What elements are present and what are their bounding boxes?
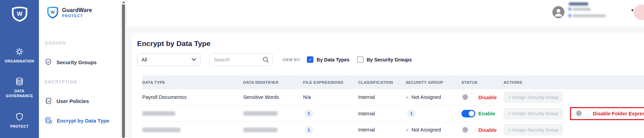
folder-expression-label: Disable Folder Expression — [593, 111, 644, 116]
cell-text: N/a — [303, 94, 311, 100]
page-title: Encrypt by Data Type — [137, 39, 210, 48]
sidebar-item-user-policies[interactable]: User Policies — [45, 97, 89, 105]
assign-security-group-button[interactable]: + Assign Security Group — [503, 91, 563, 103]
sidebar-item-label: Security Groups — [56, 59, 97, 65]
filter-dropdown[interactable]: All — [137, 53, 201, 66]
cell-security-group: ×Not Assigned — [406, 89, 461, 105]
column-header: DATA TYPE — [142, 80, 243, 84]
cell-file-expressions: 1 — [303, 122, 358, 138]
cell-classification: Internal — [358, 106, 406, 122]
view-by-option-by-security-groups[interactable]: By Security Groups — [357, 56, 412, 63]
cell-security-group: 1 — [406, 106, 461, 122]
security-group-value: Not Assigned — [412, 94, 441, 100]
annotation-box: Disable Folder Expression — [570, 107, 644, 120]
redacted-text — [142, 111, 175, 116]
sidebar: W GuardWare PROTECT GROUPSSecurity Group… — [39, 0, 121, 138]
redacted-user-detail — [573, 8, 591, 11]
checkbox-icon[interactable]: ✓ — [307, 56, 313, 63]
view-by-option-label: By Data Types — [316, 57, 349, 62]
database-icon — [15, 77, 24, 86]
user-avatar[interactable] — [552, 6, 564, 18]
cell-status: Enable — [461, 106, 503, 122]
column-header: DATA IDENTIFIER — [243, 80, 303, 84]
count-badge: 1 — [304, 109, 313, 118]
column-header: CLASSIFICATION — [358, 80, 406, 84]
sidebar-section-label: ENCRYPTION — [45, 80, 77, 84]
vertical-scrollbar[interactable] — [121, 0, 126, 138]
status-label: Enable — [478, 111, 495, 116]
brand: W GuardWare PROTECT — [46, 6, 92, 19]
main-area: ▾ Encrypt by Data Type All VIEW BY: — [126, 0, 644, 138]
toggle-knob — [463, 94, 468, 100]
person-icon — [552, 6, 564, 18]
sidebar-item-label: Encrypt by Data Type — [57, 118, 109, 124]
toggle-knob — [463, 127, 468, 133]
content-card: Encrypt by Data Type All VIEW BY: ✓By Da… — [132, 33, 644, 138]
database-lock-icon — [45, 117, 52, 124]
table-header-row: DATA TYPEDATA IDENTIFIERFILE EXPRESSIONS… — [142, 76, 644, 89]
redacted-text — [142, 128, 180, 132]
cell-actions: + Assign Security Group — [503, 89, 644, 105]
assign-security-group-button[interactable]: + Assign Security Group — [503, 124, 563, 136]
cell-actions: + Assign Security GroupDisable Folder Ex… — [503, 106, 644, 122]
count-badge: 1 — [304, 126, 313, 134]
policy-list-icon — [45, 97, 52, 105]
scroll-up-arrow-icon[interactable] — [122, 1, 125, 3]
toggle-knob — [576, 111, 582, 116]
cell-data-type — [142, 106, 243, 122]
folder-expression-toggle[interactable] — [575, 110, 589, 117]
status-label: Disable — [478, 127, 497, 133]
status-toggle[interactable] — [461, 93, 475, 101]
cell-status: Disable — [461, 89, 503, 105]
assign-security-group-button[interactable]: + Assign Security Group — [503, 108, 563, 119]
sidebar-item-security-groups[interactable]: Security Groups — [45, 58, 97, 66]
status-toggle[interactable] — [461, 110, 475, 117]
caret-down-icon[interactable]: ▾ — [631, 8, 634, 13]
gear-icon — [15, 47, 24, 56]
svg-text:W: W — [17, 11, 22, 17]
cell-file-expressions: N/a — [303, 89, 358, 105]
checkbox-icon[interactable] — [357, 56, 364, 63]
rail-label: DATA GOVERNANCE — [2, 89, 37, 98]
table-row: Payroll DocumentssSensitive WordsN/aInte… — [142, 89, 644, 106]
cell-classification: Internal — [358, 89, 406, 105]
cell-data-type — [142, 122, 243, 138]
redacted-user-detail-icon — [568, 14, 571, 17]
filter-dropdown-value: All — [142, 57, 191, 62]
search-box — [209, 53, 273, 66]
redacted-user-name — [569, 2, 588, 5]
cell-text: Sensitive Words — [243, 94, 279, 100]
column-header: SECURITY GROUP — [406, 80, 461, 84]
brand-subtitle: PROTECT — [62, 14, 92, 18]
shield-check-icon — [45, 58, 52, 66]
status-toggle[interactable] — [461, 126, 475, 134]
rail-label: ORGANISATION — [2, 59, 37, 64]
cell-data-identifier — [243, 122, 303, 138]
sidebar-item-label: User Policies — [56, 98, 89, 104]
view-by-option-by-data-types[interactable]: ✓By Data Types — [307, 56, 349, 63]
cell-text: Internal — [358, 94, 375, 100]
cell-data-identifier: Sensitive Words — [243, 89, 303, 105]
filter-row: All VIEW BY: ✓By Data TypesBy Security G… — [137, 53, 644, 66]
x-icon: × — [406, 127, 409, 133]
redacted-user-detail-icon — [568, 8, 571, 11]
rail-item-protect[interactable]: PROTECT — [0, 112, 39, 129]
redacted-user-detail — [573, 14, 606, 17]
cell-security-group: ×Not Assigned — [406, 122, 461, 138]
search-input[interactable] — [214, 54, 260, 66]
redacted-text — [243, 111, 278, 116]
sidebar-section-label: GROUPS — [45, 41, 66, 46]
sidebar-item-encrypt-by-data-type[interactable]: Encrypt by Data Type — [45, 117, 109, 124]
rail-item-organisation[interactable]: ORGANISATION — [0, 47, 39, 64]
search-icon[interactable] — [262, 56, 269, 63]
cell-status: Disable — [461, 122, 503, 138]
icon-rail: W ORGANISATION DATA GOVERNANCE PROTECT — [0, 0, 39, 138]
cell-data-identifier — [243, 106, 303, 122]
scrollbar-thumb[interactable] — [122, 4, 125, 138]
cell-text: Internal — [358, 127, 375, 133]
cell-text: Payroll Documentss — [142, 94, 187, 100]
rail-item-data-governance[interactable]: DATA GOVERNANCE — [0, 77, 39, 98]
column-header: STATUS — [461, 80, 503, 84]
table-row: 1Internal×Not AssignedDisable+ Assign Se… — [142, 122, 644, 138]
cell-actions: + Assign Security Group — [503, 122, 644, 138]
